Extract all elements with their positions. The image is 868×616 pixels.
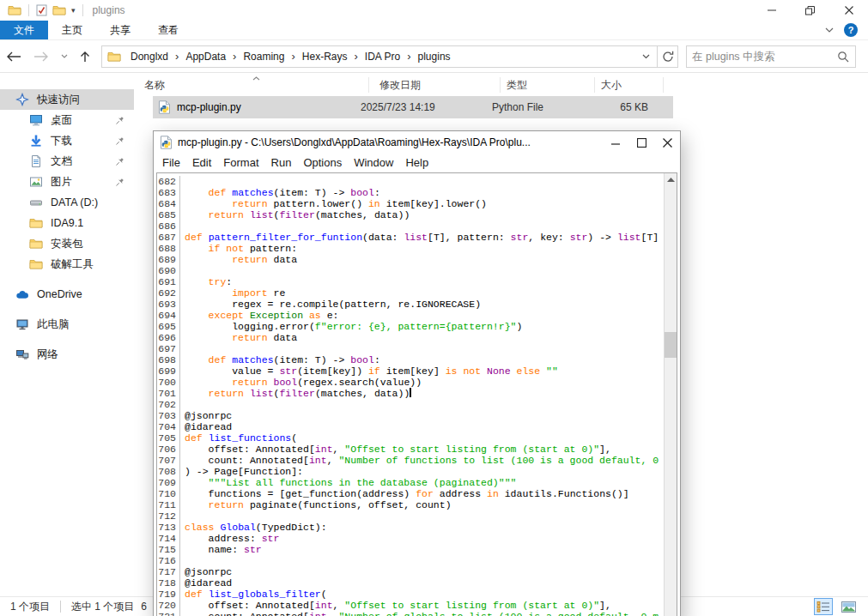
search-input[interactable]	[687, 51, 835, 63]
code-text: name: str	[185, 544, 664, 555]
ribbon-tab-share[interactable]: 共享	[96, 21, 144, 39]
divider	[60, 601, 61, 613]
forward-button[interactable]	[27, 51, 55, 62]
vertical-scrollbar[interactable]	[664, 173, 677, 616]
code-line: 710 functions = [get_function(address) f…	[157, 488, 664, 499]
desktop-icon	[29, 113, 43, 127]
menu-help[interactable]: Help	[399, 156, 434, 169]
column-header-1[interactable]: 修改日期	[369, 77, 501, 93]
details-view-button[interactable]	[814, 598, 833, 615]
code-text: try:	[185, 276, 664, 287]
folder-icon	[29, 216, 43, 230]
code-line: 713class Global(TypedDict):	[157, 522, 664, 533]
sidebar-item-downloads[interactable]: 下载	[0, 130, 134, 151]
selection-count: 选中 1 个项目	[71, 600, 134, 614]
quick-access-star-icon	[15, 93, 29, 106]
editor-menubar: FileEditFormatRunOptionsWindowHelp	[154, 154, 680, 172]
ribbon-tab-home[interactable]: 主页	[48, 21, 96, 39]
close-button[interactable]	[829, 0, 868, 21]
properties-check-icon[interactable]	[33, 4, 50, 16]
file-row[interactable]: mcp-plugin.py2025/7/23 14:19Python File6…	[153, 96, 673, 118]
code-text: def pattern_filter_for_funtion(data: lis…	[185, 232, 664, 243]
breadcrumb-item-appdata[interactable]: AppData	[179, 46, 232, 67]
line-number: 717	[157, 566, 180, 577]
refresh-button[interactable]	[658, 45, 678, 68]
sidebar-item-crack-tools[interactable]: 破解工具	[0, 254, 134, 275]
column-header-0[interactable]: 名称	[134, 77, 369, 93]
code-area[interactable]: 682683 def matches(item: T) -> bool:684 …	[157, 173, 664, 616]
file-size: 65 KB	[586, 101, 673, 113]
code-text: offset: Annotated[int, "Offset to start …	[185, 444, 664, 455]
code-text: address: str	[185, 533, 664, 544]
breadcrumb-item-hex-rays[interactable]: Hex-Rays	[296, 46, 354, 67]
up-button[interactable]	[74, 51, 96, 63]
sidebar-item-quick-access[interactable]: 快速访问	[0, 89, 134, 110]
new-folder-icon[interactable]	[50, 3, 69, 17]
sidebar-item-label: 桌面	[51, 113, 72, 128]
explorer-titlebar: ▾ plugins	[0, 0, 868, 21]
line-number: 687	[157, 232, 180, 243]
folder-icon	[29, 237, 43, 251]
column-header-2[interactable]: 类型	[501, 77, 595, 93]
line-number: 691	[157, 276, 180, 287]
breadcrumb-item-ida-pro[interactable]: IDA Pro	[359, 46, 406, 67]
ribbon-tab-file[interactable]: 文件	[0, 21, 48, 39]
recent-locations-chevron-icon[interactable]	[55, 54, 74, 58]
menu-edit[interactable]: Edit	[186, 156, 217, 169]
minimize-button[interactable]	[752, 0, 791, 21]
close-button[interactable]	[654, 131, 680, 154]
address-dropdown-chevron-icon[interactable]	[635, 54, 657, 59]
code-line: 707 count: Annotated[int, "Number of fun…	[157, 455, 664, 466]
sidebar-item-pictures[interactable]: 图片	[0, 172, 134, 192]
code-line: 703@jsonrpc	[157, 410, 664, 421]
back-button[interactable]	[0, 51, 27, 62]
breadcrumb-item-plugins[interactable]: plugins	[412, 46, 457, 67]
code-text: return list(filter(matches, data))	[185, 209, 664, 220]
sidebar-item-documents[interactable]: 文档	[0, 151, 134, 172]
code-line: 697	[157, 343, 664, 354]
line-number: 702	[157, 399, 180, 410]
editor-text-area[interactable]: 682683 def matches(item: T) -> bool:684 …	[156, 172, 677, 616]
breadcrumb-item-donglxd[interactable]: Donglxd	[124, 46, 174, 67]
items-count: 1 个项目	[0, 600, 60, 614]
menu-file[interactable]: File	[156, 156, 186, 169]
sidebar-item-data-drive[interactable]: DATA (D:)	[0, 192, 134, 213]
menu-run[interactable]: Run	[265, 156, 298, 169]
ribbon-tab-view[interactable]: 查看	[144, 21, 192, 39]
restore-button[interactable]	[791, 0, 829, 21]
sidebar-item-this-pc[interactable]: 此电脑	[0, 314, 134, 335]
line-number: 701	[157, 388, 180, 399]
sidebar-item-label: IDA9.1	[51, 217, 83, 229]
maximize-button[interactable]	[628, 131, 654, 154]
menu-format[interactable]: Format	[217, 156, 264, 169]
sidebar-item-network[interactable]: 网络	[0, 344, 134, 365]
sidebar-item-onedrive[interactable]: OneDrive	[0, 284, 134, 305]
breadcrumb-item-roaming[interactable]: Roaming	[237, 46, 290, 67]
help-icon[interactable]: ?	[844, 23, 858, 37]
sidebar-item-desktop[interactable]: 桌面	[0, 110, 134, 130]
code-text: return pattern.lower() in item[key].lowe…	[185, 198, 664, 209]
address-bar[interactable]: Donglxd›AppData›Roaming›Hex-Rays›IDA Pro…	[101, 45, 658, 68]
customize-quick-access-icon[interactable]: ▾	[69, 6, 78, 15]
onedrive-cloud-icon	[15, 287, 29, 301]
search-icon[interactable]	[835, 51, 855, 63]
thumbnail-view-button[interactable]	[839, 598, 858, 615]
code-text: return list(filter(matches, data))	[185, 388, 664, 399]
minimize-button[interactable]	[603, 131, 628, 154]
divider	[82, 4, 83, 16]
scroll-up-icon[interactable]	[665, 173, 677, 186]
column-header-3[interactable]: 大小	[595, 77, 664, 93]
editor-titlebar[interactable]: mcp-plugin.py - C:\Users\Donglxd\AppData…	[154, 131, 680, 154]
scroll-down-icon[interactable]	[665, 613, 677, 616]
line-number: 695	[157, 321, 180, 332]
menu-window[interactable]: Window	[348, 156, 399, 169]
menu-options[interactable]: Options	[297, 156, 348, 169]
scrollbar-thumb[interactable]	[665, 332, 677, 358]
sort-ascending-icon[interactable]	[252, 71, 260, 83]
line-number: 715	[157, 544, 180, 555]
sidebar-item-install-packages[interactable]: 安装包	[0, 233, 134, 254]
sidebar-item-ida91[interactable]: IDA9.1	[0, 213, 134, 233]
code-line: 688 if not pattern:	[157, 243, 664, 254]
ribbon-tab-bar: 文件主页共享查看 ?	[0, 21, 868, 40]
expand-ribbon-chevron-icon[interactable]	[825, 27, 834, 33]
